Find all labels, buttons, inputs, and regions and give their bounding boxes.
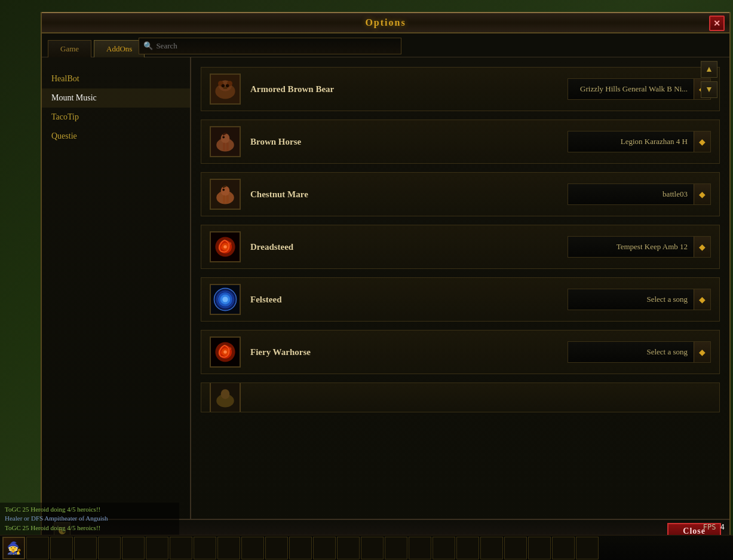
mount-name-2: Chestnut Mare [250,189,558,200]
main-panel: ▲ ▼ Armored Brown Bear [191,57,729,531]
title-close-button[interactable]: ✕ [709,16,725,31]
taskbar-icon-7[interactable] [194,537,216,559]
mount-entry-3: ⊕ ⊕ Dreadsteed Tempest Keep Amb 12 ◆ [201,225,720,269]
chat-line-0: ToGC 25 Heroid doing 4/5 heroics!! [5,505,174,514]
taskbar-icon-21[interactable] [528,537,551,559]
taskbar-icon-17[interactable] [433,537,455,559]
svg-text:⊕: ⊕ [219,350,222,356]
mount-name-1: Brown Horse [250,137,558,147]
taskbar-icon-9[interactable] [241,537,264,559]
song-selector-2[interactable]: battle03 ◆ [568,183,711,205]
sidebar-healbot-label: HealBot [51,74,79,83]
mount-entry-6 [201,382,720,412]
song-text-1: Legion Karazhan 4 H [568,133,694,151]
mount-icon-horse [210,126,241,157]
mount-entry-4: Felsteed Select a song ◆ [201,277,720,322]
song-selector-4[interactable]: Select a song ◆ [568,289,711,310]
search-icon: 🔍 [143,41,153,51]
taskbar-icon-14[interactable] [361,537,384,559]
song-selector-5[interactable]: Select a song ◆ [568,341,711,363]
taskbar-icon-5[interactable] [146,537,168,559]
taskbar-icon-16[interactable] [409,537,431,559]
taskbar-icon-1[interactable] [50,537,73,559]
taskbar-icon-23[interactable] [576,537,599,559]
mount-icon-felsteed [210,284,241,315]
svg-point-6 [226,84,229,88]
taskbar-icon-8[interactable] [217,537,240,559]
svg-point-19 [222,189,225,191]
song-text-5: Select a song [568,343,694,361]
taskbar-icon-15[interactable] [385,537,407,559]
taskbar-icon-11[interactable] [289,537,312,559]
song-selector-3[interactable]: Tempest Keep Amb 12 ◆ [568,236,711,258]
mount-icon-bear [210,74,241,105]
tab-addons[interactable]: AddOns [94,40,145,57]
svg-point-5 [222,84,225,88]
search-input[interactable] [139,38,401,54]
svg-rect-17 [223,195,225,203]
fps-value: 4 [720,523,725,531]
svg-text:⊕: ⊕ [219,245,222,250]
scroll-top-icon[interactable]: ▲ [701,61,717,78]
song-selector-0[interactable]: Grizzly Hills General Walk B Ni... ◆ [568,78,711,100]
taskbar-icon-13[interactable] [337,537,360,559]
sidebar-tacotip-label: TacoTip [51,112,79,121]
character-portrait[interactable]: 🧙 [2,537,25,559]
mount-icon-partial [210,382,241,412]
taskbar-icon-6[interactable] [170,537,192,559]
taskbar-icon-22[interactable] [552,537,575,559]
taskbar-icon-0[interactable] [26,537,49,559]
taskbar-icon-3[interactable] [98,537,121,559]
svg-rect-12 [226,143,229,151]
close-x-icon: ✕ [713,19,720,29]
song-text-3: Tempest Keep Amb 12 [568,238,694,256]
mount-name-5: Fiery Warhorse [250,347,558,357]
taskbar-icon-10[interactable] [265,537,288,559]
svg-point-38 [223,350,227,354]
sidebar: HealBot Mount Music TacoTip Questie [42,57,191,531]
song-arrow-3: ◆ [694,237,710,257]
taskbar-icon-20[interactable] [504,537,527,559]
svg-point-24 [223,245,227,249]
taskbar-icon-18[interactable] [456,537,479,559]
content-area: HealBot Mount Music TacoTip Questie ▲ ▼ [42,57,729,531]
mount-name-0: Armored Brown Bear [250,84,558,94]
taskbar-icon-12[interactable] [313,537,336,559]
taskbar-icon-2[interactable] [74,537,97,559]
svg-point-43 [221,389,230,399]
svg-text:⊕: ⊕ [229,347,232,350]
svg-point-16 [221,186,230,196]
sidebar-item-mountmusic[interactable]: Mount Music [42,88,190,108]
chat-line-1: Healer or DFS Ampitheater of Anguish [5,514,174,523]
mount-icon-dreadsteed: ⊕ ⊕ [210,231,241,262]
svg-point-7 [223,87,227,89]
svg-text:⊕: ⊕ [229,241,232,245]
song-text-0: Grizzly Hills General Walk B Ni... [568,80,694,98]
mount-name-4: Felsteed [250,295,558,305]
title-bar: Options ✕ [42,12,729,33]
tab-area: Game AddOns 🔍 [42,33,729,57]
svg-point-33 [222,296,228,302]
options-window: Options ✕ Game AddOns 🔍 HealBot Mount Mu… [41,12,731,544]
mount-icon-fiery: ⊕ ⊕ [210,336,241,368]
song-arrow-4: ◆ [694,289,710,310]
song-arrow-2: ◆ [694,184,710,204]
taskbar-icon-19[interactable] [480,537,503,559]
sidebar-item-tacotip[interactable]: TacoTip [42,108,190,127]
chat-line-2: ToGC 25 Heroid doing 4/5 heroics!! [5,524,174,533]
song-arrow-5: ◆ [694,342,710,362]
close-label: Close [683,527,706,535]
window-title: Options [365,17,406,28]
sidebar-questie-label: Questie [51,131,77,140]
tab-game[interactable]: Game [48,40,91,57]
sidebar-mountmusic-label: Mount Music [51,93,97,102]
taskbar: 🧙 [0,535,733,560]
chat-area: ToGC 25 Heroid doing 4/5 heroics!! Heale… [0,503,179,535]
scroll-bottom-icon[interactable]: ▼ [701,81,717,98]
fps-overlay: FPS 4 [703,523,725,531]
song-selector-1[interactable]: Legion Karazhan 4 H ◆ [568,131,711,152]
taskbar-icon-4[interactable] [122,537,145,559]
sidebar-item-questie[interactable]: Questie [42,127,190,146]
song-text-2: battle03 [568,185,694,203]
sidebar-item-healbot[interactable]: HealBot [42,69,190,88]
